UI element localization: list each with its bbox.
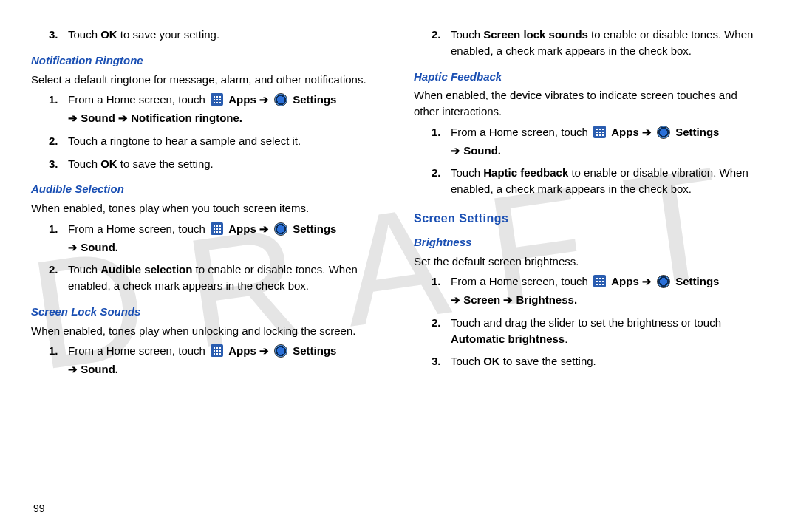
step-number: 1. [49, 92, 62, 129]
step-number: 2. [49, 133, 62, 151]
step-body: Touch OK to save the setting. [451, 353, 761, 372]
step-body: Touch a ringtone to hear a sample and se… [68, 133, 378, 151]
apps-icon [211, 344, 223, 357]
path-text: ➔ Sound. [451, 144, 501, 157]
heading-haptic-feedback: Haptic Feedback [414, 69, 761, 85]
arrow-icon: ➔ [642, 275, 652, 287]
settings-label: Settings [675, 275, 719, 287]
apps-label: Apps [611, 126, 639, 138]
settings-label: Settings [293, 222, 336, 235]
step-body: Touch Screen lock sounds to enable or di… [451, 27, 761, 61]
step-number: 1. [49, 343, 62, 380]
settings-label: Settings [293, 93, 336, 106]
settings-icon [274, 93, 287, 106]
settings-icon [274, 344, 287, 358]
apps-label: Apps [228, 93, 256, 106]
text: From a Home screen, touch [68, 222, 208, 235]
left-column: 3. Touch OK to save your setting. Notifi… [31, 22, 378, 384]
text: From a Home screen, touch [68, 344, 208, 357]
path-text: ➔ Sound ➔ Notification ringtone. [68, 112, 242, 124]
apps-label: Apps [611, 275, 639, 287]
text: Touch a ringtone to hear a sample and se… [68, 133, 378, 149]
heading-screen-lock-sounds: Screen Lock Sounds [31, 304, 378, 320]
path-text: ➔ Sound. [68, 241, 118, 253]
step-body: From a Home screen, touch Apps ➔ Setting… [451, 273, 761, 310]
settings-icon [657, 275, 670, 288]
step-number: 2. [432, 27, 445, 61]
step-body: From a Home screen, touch Apps ➔ Setting… [68, 343, 378, 380]
arrow-icon: ➔ [259, 344, 269, 357]
paragraph: When enabled, the device vibrates to ind… [414, 87, 761, 120]
apps-label: Apps [228, 222, 256, 235]
text: From a Home screen, touch [68, 93, 208, 106]
paragraph: When enabled, tones play when unlocking … [31, 323, 378, 339]
step-number: 3. [432, 353, 445, 372]
apps-icon [211, 93, 223, 106]
step-item: 1. From a Home screen, touch Apps ➔ Sett… [49, 92, 378, 129]
heading-brightness: Brightness [414, 234, 761, 250]
step-number: 1. [432, 273, 445, 310]
step-body: From a Home screen, touch Apps ➔ Setting… [68, 221, 378, 258]
settings-icon [274, 222, 287, 236]
step-number: 3. [49, 27, 62, 45]
page-number: 99 [33, 501, 45, 516]
content-columns: 3. Touch OK to save your setting. Notifi… [31, 22, 767, 384]
arrow-icon: ➔ [259, 93, 269, 106]
apps-icon [593, 126, 606, 138]
step-number: 2. [49, 262, 62, 296]
text: From a Home screen, touch [451, 126, 591, 138]
step-item: 2. Touch Audible selection to enable or … [49, 262, 378, 296]
step-item: 2. Touch and drag the slider to set the … [432, 315, 761, 349]
paragraph: Set the default screen brightness. [414, 253, 761, 270]
step-body: From a Home screen, touch Apps ➔ Setting… [451, 124, 761, 161]
step-item: 1. From a Home screen, touch Apps ➔ Sett… [432, 124, 761, 161]
heading-screen-settings: Screen Settings [414, 210, 761, 227]
step-item: 3. Touch OK to save the setting. [432, 353, 761, 372]
step-number: 2. [432, 165, 445, 200]
paragraph: Select a default ringtone for message, a… [31, 72, 378, 88]
text: From a Home screen, touch [451, 275, 591, 287]
step-body: Touch Audible selection to enable or dis… [68, 262, 378, 296]
heading-audible-selection: Audible Selection [31, 181, 378, 197]
step-item: 1. From a Home screen, touch Apps ➔ Sett… [49, 221, 378, 258]
step-item: 2. Touch Haptic feedback to enable or di… [432, 165, 761, 200]
step-item: 3. Touch OK to save the setting. [49, 156, 378, 174]
step-body: Touch OK to save your setting. [68, 27, 378, 45]
arrow-icon: ➔ [259, 222, 269, 235]
step-number: 3. [49, 156, 62, 174]
step-number: 2. [432, 315, 445, 349]
step-body: Touch OK to save the setting. [68, 156, 378, 174]
step-item: 2. Touch a ringtone to hear a sample and… [49, 133, 378, 151]
settings-label: Settings [675, 126, 719, 138]
step-body: Touch and drag the slider to set the bri… [451, 315, 761, 349]
settings-icon [657, 126, 670, 139]
paragraph: When enabled, tones play when you touch … [31, 200, 378, 216]
step-item: 1. From a Home screen, touch Apps ➔ Sett… [432, 273, 761, 310]
path-text: ➔ Sound. [68, 363, 118, 375]
step-number: 1. [432, 124, 445, 161]
step-number: 1. [49, 221, 62, 258]
apps-label: Apps [228, 344, 256, 357]
settings-label: Settings [293, 344, 336, 357]
path-text: ➔ Screen ➔ Brightness. [451, 293, 577, 306]
step-item: 2. Touch Screen lock sounds to enable or… [432, 27, 761, 61]
apps-icon [211, 222, 223, 235]
right-column: 2. Touch Screen lock sounds to enable or… [414, 22, 761, 384]
heading-notification-ringtone: Notification Ringtone [31, 52, 378, 69]
apps-icon [593, 275, 606, 287]
step-item: 1. From a Home screen, touch Apps ➔ Sett… [49, 343, 378, 380]
step-body: Touch Haptic feedback to enable or disab… [451, 165, 761, 200]
step-body: From a Home screen, touch Apps ➔ Setting… [68, 92, 378, 129]
arrow-icon: ➔ [642, 126, 652, 138]
step-item: 3. Touch OK to save your setting. [49, 27, 378, 45]
